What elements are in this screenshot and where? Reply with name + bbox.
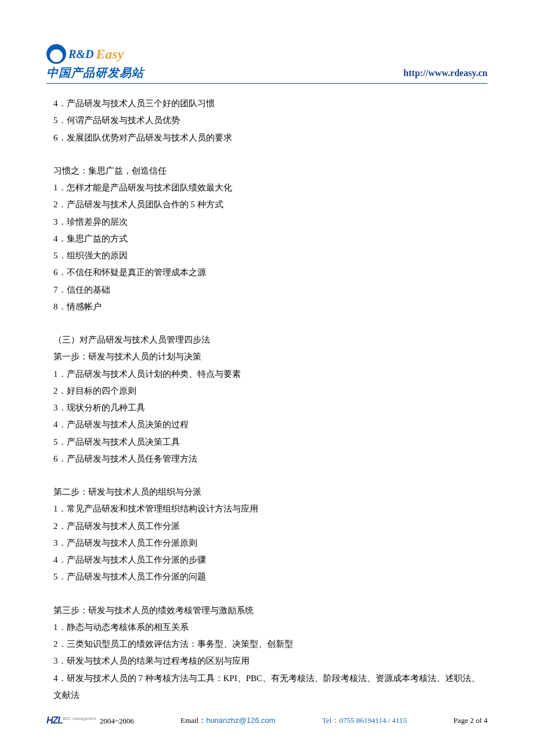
footer-email-value[interactable]: hunanzhz@126.com bbox=[206, 716, 275, 725]
body-line: 5．产品研发与技术人员决策工具 bbox=[53, 434, 488, 451]
body-line: 1．常见产品研发和技术管理组织结构设计方法与应用 bbox=[53, 501, 488, 517]
body-line: 2．好目标的四个原则 bbox=[53, 383, 488, 399]
logo-rd-text: R&D bbox=[68, 48, 93, 61]
body-line: 6．产品研发与技术人员任务管理方法 bbox=[53, 451, 488, 467]
footer-years: 2004~2006 bbox=[100, 717, 134, 726]
body-line: 5．组织强大的原因 bbox=[53, 247, 488, 264]
body-line: 7．信任的基础 bbox=[53, 282, 488, 298]
page-header: R&D Easy 中国产品研发易站 http://www.rdeasy.cn bbox=[46, 44, 488, 84]
body-line: 1．静态与动态考核体系的相互关系 bbox=[53, 619, 488, 636]
body-line: 第二步：研发与技术人员的组织与分派 bbox=[53, 484, 488, 501]
block-spacer bbox=[53, 586, 488, 602]
body-line: 第一步：研发与技术人员的计划与决策 bbox=[53, 348, 488, 365]
body-line: 3．产品研发与技术人员工作分派原则 bbox=[53, 535, 488, 552]
document-body: 4．产品研发与技术人员三个好的团队习惯5．何谓产品研发与技术人员优势6．发展团队… bbox=[46, 95, 488, 704]
block-spacer bbox=[53, 315, 488, 332]
body-line: 5．何谓产品研发与技术人员优势 bbox=[53, 112, 488, 129]
smile-icon bbox=[46, 44, 66, 64]
logo-cn-text: 中国产品研发易站 bbox=[46, 65, 144, 81]
header-url[interactable]: http://www.rdeasy.cn bbox=[403, 68, 488, 81]
site-logo: R&D Easy 中国产品研发易站 bbox=[46, 44, 144, 81]
footer-logo: HZLBDC management bbox=[46, 715, 96, 726]
body-line: 3．现状分析的几种工具 bbox=[53, 399, 488, 416]
body-line: 5．产品研发与技术人员工作分派的问题 bbox=[53, 568, 488, 585]
footer-tel: Tel：0755 86194114 / 4115 bbox=[322, 715, 407, 726]
body-line: 第三步：研发与技术人员的绩效考核管理与激励系统 bbox=[53, 602, 488, 619]
body-line: （三）对产品研发与技术人员管理四步法 bbox=[53, 332, 488, 348]
body-line: 4．产品研发与技术人员三个好的团队习惯 bbox=[53, 95, 488, 112]
body-line: 4．集思广益的方式 bbox=[53, 231, 488, 247]
footer-tel-value: 0755 86194114 / 4115 bbox=[339, 716, 406, 725]
footer-email: Email：hunanzhz@126.com bbox=[181, 715, 275, 726]
body-line: 4．产品研发与技术人员决策的过程 bbox=[53, 416, 488, 433]
body-line: 3．研发与技术人员的结果与过程考核的区别与应用 bbox=[53, 653, 488, 669]
body-line: 3．珍惜差异的层次 bbox=[53, 214, 488, 231]
body-line: 1．产品研发与技术人员计划的种类、特点与要素 bbox=[53, 366, 488, 383]
footer-logo-main: HZL bbox=[46, 715, 63, 725]
body-line: 1．怎样才能是产品研发与技术团队绩效最大化 bbox=[53, 179, 488, 196]
page-footer: HZLBDC management 2004~2006 Email：hunanz… bbox=[46, 715, 488, 726]
footer-tel-label: Tel： bbox=[322, 716, 339, 725]
body-line: 2．三类知识型员工的绩效评估方法：事务型、决策型、创新型 bbox=[53, 636, 488, 653]
body-line: 2．产品研发与技术人员团队合作的 5 种方式 bbox=[53, 196, 488, 213]
body-line: 2．产品研发与技术人员工作分派 bbox=[53, 518, 488, 535]
block-spacer bbox=[53, 146, 488, 163]
body-line: 4．产品研发与技术人员工作分派的步骤 bbox=[53, 552, 488, 568]
footer-logo-sub: BDC management bbox=[63, 717, 96, 721]
logo-easy-text: Easy bbox=[96, 46, 124, 62]
body-line: 8．情感帐户 bbox=[53, 298, 488, 315]
body-line: 习惯之：集思广益，创造信任 bbox=[53, 163, 488, 179]
body-line: 6．发展团队优势对产品研发与技术人员的要求 bbox=[53, 129, 488, 146]
footer-page-number: Page 2 of 4 bbox=[453, 716, 488, 725]
body-line: 4．研发与技术人员的 7 种考核方法与工具：KPI、PBC、有无考核法、阶段考核… bbox=[53, 670, 488, 704]
body-line: 6．不信任和怀疑是真正的管理成本之源 bbox=[53, 264, 488, 281]
block-spacer bbox=[53, 467, 488, 484]
footer-email-label: Email： bbox=[181, 716, 206, 725]
